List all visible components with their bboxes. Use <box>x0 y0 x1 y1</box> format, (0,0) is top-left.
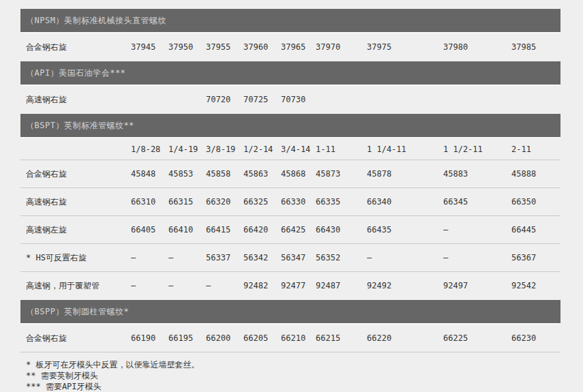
part-number: 56367 <box>511 244 560 272</box>
part-number: 66315 <box>168 188 206 216</box>
part-number: 66345 <box>443 188 511 216</box>
part-number: 45888 <box>511 160 560 188</box>
part-number: 66200 <box>206 325 243 352</box>
table-row: 高速钢左旋 66405 66410 66415 66420 66425 6643… <box>20 216 560 244</box>
size-header: 2-11 <box>511 138 560 160</box>
size-header-row: 1/8-28 1/4-19 3/8-19 1/2-14 3/4-14 1-11 … <box>20 138 560 160</box>
table-row: 合金钢右旋 66190 66195 66200 66205 66210 6621… <box>20 325 560 352</box>
part-number: 45848 <box>131 160 168 188</box>
table-row: 合金钢右旋 45848 45853 45858 45863 45868 4587… <box>20 160 560 188</box>
footnotes: * 板牙可在牙模头中反置，以便靠近墙壁套丝。 ** 需要英制牙模头 *** 需要… <box>20 352 560 392</box>
part-number: 45863 <box>243 160 281 188</box>
section-header-bar: （NPSM）美制标准机械接头直管螺纹 <box>20 9 560 33</box>
part-number: 92477 <box>281 272 316 300</box>
row-label: 合金钢右旋 <box>20 325 131 352</box>
part-number: 56347 <box>281 244 316 272</box>
row-label: 高速钢，用于覆塑管 <box>20 272 131 300</box>
table-row: 合金钢右旋 37945 37950 37955 37960 37965 3797… <box>20 33 560 61</box>
part-number: 66435 <box>367 216 443 244</box>
section-title: （NPSM）美制标准机械接头直管螺纹 <box>20 9 560 33</box>
size-header: 3/4-14 <box>281 138 316 160</box>
part-number: – <box>443 244 511 272</box>
table-row: 高速钢右旋 66310 66315 66320 66325 66330 6633… <box>20 188 560 216</box>
part-number: 66425 <box>281 216 316 244</box>
part-number: 66225 <box>443 325 511 352</box>
part-number: 45858 <box>206 160 243 188</box>
section-title: （API）美国石油学会*** <box>20 61 560 86</box>
part-number: 56352 <box>316 244 367 272</box>
part-number: 37970 <box>316 33 367 61</box>
row-label: 高速钢右旋 <box>20 188 131 216</box>
part-number: 92542 <box>511 272 560 300</box>
part-number: – <box>131 272 168 300</box>
part-number: 37955 <box>206 33 243 61</box>
row-label: * HS可反置右旋 <box>20 244 131 272</box>
part-number: 37985 <box>511 33 560 61</box>
part-number-table: （NPSM）美制标准机械接头直管螺纹 合金钢右旋 37945 37950 379… <box>20 9 560 352</box>
part-number: 66335 <box>316 188 367 216</box>
part-number: 92487 <box>316 272 367 300</box>
footnote: * 板牙可在牙模头中反置，以便靠近墙壁套丝。 <box>26 359 560 370</box>
part-number: 45853 <box>168 160 206 188</box>
part-number <box>367 86 443 114</box>
table-row: 高速钢，用于覆塑管 – – – 92482 92477 92487 92492 … <box>20 272 560 300</box>
table-row: 高速钢右旋 70720 70725 70730 <box>20 86 560 114</box>
size-header: 1 1/4-11 <box>367 138 443 160</box>
part-number: 92492 <box>367 272 443 300</box>
part-number: 70730 <box>281 86 316 114</box>
part-number: 66410 <box>168 216 206 244</box>
part-number: – <box>443 216 511 244</box>
part-number: 45868 <box>281 160 316 188</box>
section-title: （BSPP）英制圆柱管螺纹* <box>20 300 560 325</box>
part-number: 45873 <box>316 160 367 188</box>
footnote: *** 需要API牙模头 <box>26 381 560 392</box>
part-number <box>443 86 511 114</box>
part-number: 37960 <box>243 33 281 61</box>
part-number: 45878 <box>367 160 443 188</box>
size-header: 3/8-19 <box>206 138 243 160</box>
part-number: 66215 <box>316 325 367 352</box>
section-header-bar: （API）美国石油学会*** <box>20 61 560 86</box>
row-label: 高速钢左旋 <box>20 216 131 244</box>
part-number: 92497 <box>443 272 511 300</box>
section-title: （BSPT）英制标准管螺纹** <box>20 114 560 138</box>
part-number: 66230 <box>511 325 560 352</box>
part-number: 37965 <box>281 33 316 61</box>
size-header: 1/2-14 <box>243 138 281 160</box>
part-number: 56342 <box>243 244 281 272</box>
part-number: 66445 <box>511 216 560 244</box>
part-number: 66415 <box>206 216 243 244</box>
part-number: 66420 <box>243 216 281 244</box>
part-number: 66325 <box>243 188 281 216</box>
part-number: 37975 <box>367 33 443 61</box>
size-header: 1 1/2-11 <box>443 138 511 160</box>
table-row: * HS可反置右旋 – – 56337 56342 56347 56352 – … <box>20 244 560 272</box>
part-number: 66320 <box>206 188 243 216</box>
part-number: 37945 <box>131 33 168 61</box>
part-number: 66190 <box>131 325 168 352</box>
part-number <box>131 86 168 114</box>
part-number: 37980 <box>443 33 511 61</box>
part-number <box>511 86 560 114</box>
size-header: 1/8-28 <box>131 138 168 160</box>
row-label: 合金钢右旋 <box>20 160 131 188</box>
part-number <box>168 86 206 114</box>
catalog-table-container: （NPSM）美制标准机械接头直管螺纹 合金钢右旋 37945 37950 379… <box>20 9 560 392</box>
part-number: – <box>168 244 206 272</box>
size-header: 1/4-19 <box>168 138 206 160</box>
part-number: 37950 <box>168 33 206 61</box>
part-number: – <box>206 272 243 300</box>
part-number: 70720 <box>206 86 243 114</box>
part-number <box>316 86 367 114</box>
row-label: 高速钢右旋 <box>20 86 131 114</box>
part-number: 66350 <box>511 188 560 216</box>
part-number: – <box>367 244 443 272</box>
part-number: 66340 <box>367 188 443 216</box>
section-header-bar: （BSPP）英制圆柱管螺纹* <box>20 300 560 325</box>
part-number: – <box>131 244 168 272</box>
part-number: 66330 <box>281 188 316 216</box>
part-number: 92482 <box>243 272 281 300</box>
part-number: 66405 <box>131 216 168 244</box>
catalog-table-page: { "colors": { "page_bg": "#efefef", "sec… <box>0 0 583 392</box>
part-number: 56337 <box>206 244 243 272</box>
